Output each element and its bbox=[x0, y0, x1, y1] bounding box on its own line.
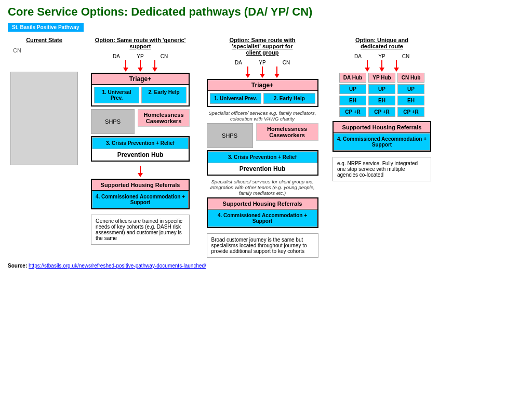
page-title: Core Service Options: Dedicated pathways… bbox=[8, 5, 524, 19]
yp-hub-eh: EH bbox=[368, 96, 395, 105]
col3-da-label: DA bbox=[351, 54, 365, 59]
cn-hub-cp: CP +R bbox=[397, 107, 424, 117]
current-state-placeholder bbox=[10, 72, 78, 165]
col1-arrow-yp bbox=[138, 60, 143, 72]
col1-da-label: DA bbox=[109, 54, 124, 59]
cn-hub-header: CN Hub bbox=[397, 73, 424, 83]
col1-shps: SHPS bbox=[91, 109, 135, 134]
col2-italic2: Specialist officers/ services for client… bbox=[207, 179, 318, 196]
cn-hub-eh: EH bbox=[397, 96, 424, 105]
cn-label: CN bbox=[13, 47, 21, 54]
col1-homelessness: Homelessness Caseworkers bbox=[138, 109, 190, 127]
yp-hub-cp: CP +R bbox=[368, 107, 395, 117]
col1-early-help: 2. Early Help bbox=[141, 87, 187, 103]
col3-arrow-cn bbox=[394, 60, 399, 72]
col2-prevention-hub-label: Prevention Hub bbox=[208, 163, 317, 175]
col2-early-help: 2. Early Help bbox=[263, 93, 315, 104]
col2-cn-label: CN bbox=[279, 60, 294, 65]
col-generic: Option: Same route with 'generic' suppor… bbox=[86, 37, 195, 245]
source-url[interactable]: https://stbasils.org.uk/news/refreshed-p… bbox=[29, 263, 206, 269]
col1-triage-subs: 1. Universal Prev. 2. Early Help bbox=[92, 85, 189, 105]
col2-labels: DA YP CN bbox=[231, 60, 294, 65]
col1-arrows bbox=[123, 60, 157, 72]
col1-note: Generic officers are trained in specific… bbox=[91, 215, 190, 245]
col1-cn-label: CN bbox=[157, 54, 171, 59]
col1-prevention-hub-label: Prevention Hub bbox=[92, 149, 189, 161]
col2-italic1: Specialist officers/ services e.g. famil… bbox=[207, 110, 318, 122]
col2-triage-title: Triage+ bbox=[208, 80, 317, 91]
col1-crisis: 3. Crisis Prevention + Relief bbox=[92, 137, 189, 149]
col2-arrow-cn bbox=[274, 66, 280, 78]
col3-commissioned: 4. Commissioned Accommodation + Support bbox=[334, 133, 430, 151]
col1-universal-prev: 1. Universal Prev. bbox=[94, 87, 139, 103]
col3-arrows bbox=[365, 60, 399, 72]
col2-arrow-da bbox=[245, 66, 250, 78]
col3-supported-housing: Supported Housing Referrals 4. Commissio… bbox=[332, 121, 431, 152]
badge: St. Basils Positive Pathway bbox=[8, 23, 84, 32]
col3-note: e.g. NRPF service. Fully integrated one … bbox=[332, 157, 431, 181]
hub-grid: DA Hub UP EH CP +R YP Hub UP EH CP +R CN… bbox=[339, 73, 424, 117]
col1-prevention-hub-block: 3. Crisis Prevention + Relief Prevention… bbox=[91, 136, 190, 162]
col3-cn-label: CN bbox=[398, 54, 413, 59]
source-label: Source: bbox=[8, 263, 27, 269]
da-hub-header: DA Hub bbox=[339, 73, 366, 83]
col1-arrow-sh bbox=[138, 166, 143, 177]
col3-labels: DA YP CN bbox=[351, 54, 413, 59]
col3-title: Option: Unique and dedicated route bbox=[332, 37, 431, 49]
yp-hub-col: YP Hub UP EH CP +R bbox=[368, 73, 395, 117]
col2-arrow-yp bbox=[260, 66, 265, 78]
col1-arrow-da bbox=[123, 60, 128, 72]
da-hub-eh: EH bbox=[339, 96, 366, 105]
col-current-state: Current State CN bbox=[8, 37, 81, 165]
col-unique: Option: Unique and dedicated route DA YP… bbox=[330, 37, 434, 181]
col1-triage: Triage+ 1. Universal Prev. 2. Early Help bbox=[91, 73, 190, 107]
col1-triage-title: Triage+ bbox=[92, 74, 189, 85]
col3-sh-title: Supported Housing Referrals bbox=[334, 122, 430, 133]
col2-da-label: DA bbox=[231, 60, 246, 65]
col1-arrow-cn bbox=[152, 60, 157, 72]
col3-yp-label: YP bbox=[375, 54, 389, 59]
col2-title: Option: Same route with 'specialist' sup… bbox=[205, 37, 320, 56]
col2-shps: SHPS bbox=[207, 123, 253, 148]
col2-prevention-hub-block: 3. Crisis Prevention + Relief Prevention… bbox=[207, 150, 318, 176]
col0-title: Current State bbox=[26, 37, 62, 43]
col2-triage-subs: 1. Universal Prev. 2. Early Help bbox=[208, 91, 317, 106]
source-line: Source: https://stbasils.org.uk/news/ref… bbox=[8, 263, 524, 269]
col1-supported-housing: Supported Housing Referrals 4. Commissio… bbox=[91, 179, 190, 209]
col1-labels: DA YP CN bbox=[109, 54, 171, 59]
col2-sh-title: Supported Housing Referrals bbox=[208, 198, 317, 209]
da-hub-cp: CP +R bbox=[339, 107, 366, 117]
col1-shps-row: SHPS Homelessness Caseworkers bbox=[91, 109, 190, 134]
col1-yp-label: YP bbox=[133, 54, 148, 59]
col-specialist: Option: Same route with 'specialist' sup… bbox=[200, 37, 325, 258]
col2-supported-housing: Supported Housing Referrals 4. Commissio… bbox=[207, 197, 318, 228]
col2-commissioned: 4. Commissioned Accommodation + Support bbox=[208, 209, 317, 227]
col2-universal-prev: 1. Universal Prev. bbox=[210, 93, 262, 104]
da-hub-col: DA Hub UP EH CP +R bbox=[339, 73, 366, 117]
col1-sh-title: Supported Housing Referrals bbox=[92, 180, 189, 191]
col3-arrow-da bbox=[365, 60, 370, 72]
yp-hub-header: YP Hub bbox=[368, 73, 395, 83]
col2-yp-label: YP bbox=[255, 60, 270, 65]
col1-title: Option: Same route with 'generic' suppor… bbox=[94, 37, 187, 49]
col3-arrow-yp bbox=[379, 60, 384, 72]
da-hub-up: UP bbox=[339, 84, 366, 94]
yp-hub-up: UP bbox=[368, 84, 395, 94]
col2-shps-row: SHPS Homelessness Caseworkers bbox=[207, 123, 318, 148]
col2-arrows bbox=[245, 66, 280, 78]
col2-note: Broad customer journey is the same but s… bbox=[207, 233, 318, 258]
col2-crisis: 3. Crisis Prevention + Relief bbox=[208, 151, 317, 163]
cn-hub-up: UP bbox=[397, 84, 424, 94]
col2-homelessness: Homelessness Caseworkers bbox=[256, 123, 318, 141]
col2-triage: Triage+ 1. Universal Prev. 2. Early Help bbox=[207, 79, 318, 107]
cn-hub-col: CN Hub UP EH CP +R bbox=[397, 73, 424, 117]
col1-commissioned: 4. Commissioned Accommodation + Support bbox=[92, 191, 189, 208]
